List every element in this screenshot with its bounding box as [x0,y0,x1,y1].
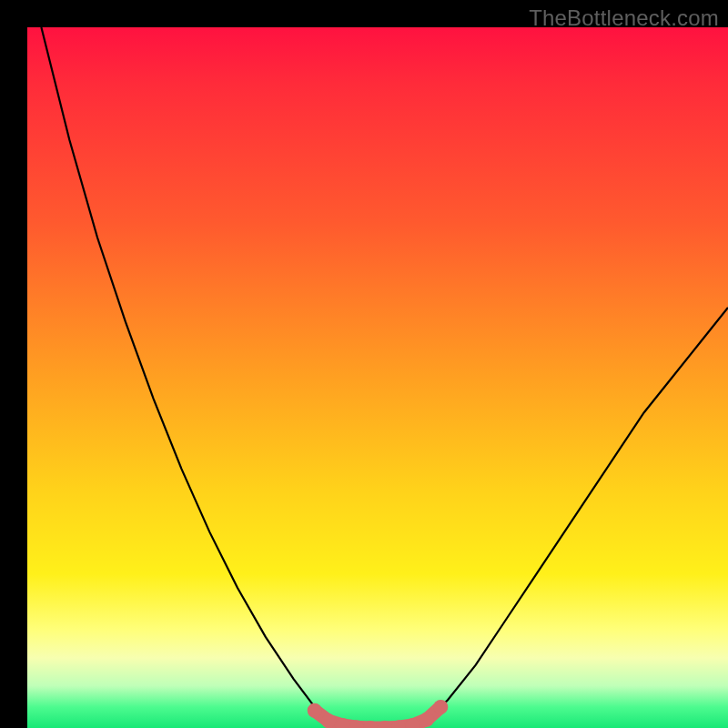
valley-highlight-dot [321,713,336,728]
plot-area [27,27,728,728]
chart-frame: TheBottleneck.com [0,0,728,728]
valley-highlight-dot [420,713,434,727]
curve-layer [27,27,728,728]
curve-right-branch [427,308,728,721]
valley-highlight-dot [308,703,322,718]
watermark-text: TheBottleneck.com [529,5,719,31]
valley-highlight-dot [433,700,448,714]
curve-left-branch [41,27,329,721]
